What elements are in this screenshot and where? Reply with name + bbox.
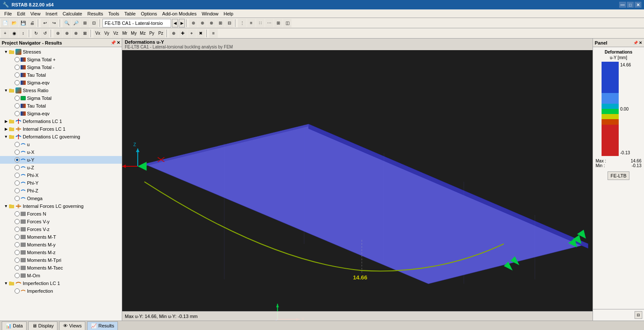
tb-undo[interactable]: ↩	[41, 19, 49, 27]
tree-def-phiz[interactable]: Phi-Z	[0, 187, 122, 195]
radio-if-mtsec[interactable]	[15, 265, 20, 270]
tree-def-omega[interactable]: Omega	[0, 195, 122, 202]
tb-zoom-in[interactable]: 🔍	[63, 19, 71, 27]
tab-results[interactable]: 📈 Results	[87, 321, 118, 330]
radio-if-n[interactable]	[15, 211, 20, 216]
tb-print[interactable]: 🖨	[28, 19, 36, 27]
tab-views[interactable]: 👁 Views	[59, 321, 85, 330]
tb-r5[interactable]: ⊟	[225, 19, 234, 27]
radio-if-my[interactable]	[15, 242, 20, 247]
menu-file[interactable]: File	[2, 10, 15, 17]
tree-if-my[interactable]: Moments M-y	[0, 241, 122, 249]
nav-pin-btn[interactable]: 📌	[111, 40, 116, 45]
tab-data[interactable]: 📊 Data	[2, 321, 27, 330]
radio-imp[interactable]	[15, 288, 20, 294]
tb2-5[interactable]: ↺	[41, 29, 49, 38]
menu-view[interactable]: View	[28, 10, 43, 17]
tree-sr-sigma[interactable]: Sigma Total	[0, 94, 122, 102]
menu-help[interactable]: Help	[221, 10, 236, 17]
menu-options[interactable]: Options	[138, 10, 159, 17]
tree-def-u[interactable]: u	[0, 141, 122, 148]
tb2-10[interactable]: Vx	[93, 29, 102, 38]
panel-expand-btn[interactable]: ⊟	[635, 311, 642, 319]
tree-if-vz[interactable]: Forces V-z	[0, 225, 122, 233]
expand-stress-ratio[interactable]: ▼	[3, 88, 9, 93]
expand-if-lc1[interactable]: ▶	[3, 126, 9, 132]
expand-if-lcg[interactable]: ▼	[3, 204, 9, 209]
radio-if-mt[interactable]	[15, 234, 20, 240]
tb2-12[interactable]: Vz	[111, 29, 120, 38]
tb2-16[interactable]: Py	[147, 29, 156, 38]
tree-if-mz[interactable]: Moments M-z	[0, 249, 122, 256]
tb-save[interactable]: 💾	[19, 19, 27, 27]
tree-stresses[interactable]: ▼ Stresses	[0, 48, 122, 56]
tb-a6[interactable]: ◫	[283, 19, 292, 27]
case-prev[interactable]: ◀	[172, 19, 178, 27]
window-controls[interactable]: — □ ✕	[619, 2, 641, 8]
tb2-4[interactable]: ↻	[32, 29, 40, 38]
radio-phix[interactable]	[15, 173, 20, 178]
tree-tau-total[interactable]: Tau Total	[0, 71, 122, 79]
expand-imp-lc1[interactable]: ▼	[3, 281, 9, 286]
radio-sigma-plus[interactable]	[15, 57, 20, 62]
tb-a5[interactable]: ⊞	[274, 19, 283, 27]
radio-phiz[interactable]	[15, 188, 20, 193]
tb2-9[interactable]: ⊠	[81, 29, 89, 38]
menu-insert[interactable]: Insert	[43, 10, 60, 17]
menu-calculate[interactable]: Calculate	[60, 10, 85, 17]
tree-if-mtpri[interactable]: Moments M-Tpri	[0, 256, 122, 264]
tree-if-mom[interactable]: M-Om	[0, 272, 122, 279]
tree-if-n[interactable]: Forces N	[0, 210, 122, 218]
tree-def-phiy[interactable]: Phi-Y	[0, 179, 122, 187]
fe-ltb-button[interactable]: FE-LTB	[608, 171, 629, 180]
radio-omega[interactable]	[15, 196, 20, 201]
radio-phiy[interactable]	[15, 180, 20, 186]
tree-def-phix[interactable]: Phi-X	[0, 171, 122, 179]
tb2-7[interactable]: ⊕	[63, 29, 71, 38]
3d-viewport[interactable]: Deformations u-Y FE-LTB CA1 - Lateral-to…	[122, 39, 593, 321]
tb2-6[interactable]: ⊛	[54, 29, 62, 38]
tree-stress-ratio[interactable]: ▼ Stress Ratio	[0, 87, 122, 94]
tree-sigma-eqv-s[interactable]: Sigma-eqv	[0, 79, 122, 87]
radio-uz[interactable]	[15, 165, 20, 170]
tb-a4[interactable]: ⋯	[265, 19, 274, 27]
tree-if-lc1[interactable]: ▶ Internal Forces LC 1	[0, 125, 122, 133]
minimize-btn[interactable]: —	[619, 2, 626, 8]
menu-table[interactable]: Table	[122, 10, 138, 17]
radio-if-mom[interactable]	[15, 273, 20, 278]
tree-sr-sigma-eqv[interactable]: Sigma-eqv	[0, 110, 122, 117]
tree-sigma-total-minus[interactable]: Sigma Total -	[0, 63, 122, 71]
tb-r1[interactable]: ⊛	[189, 19, 198, 27]
maximize-btn[interactable]: □	[627, 2, 634, 8]
radio-if-mtpri[interactable]	[15, 258, 20, 263]
tb2-14[interactable]: My	[129, 29, 138, 38]
tb2-15[interactable]: Mz	[138, 29, 147, 38]
tb2-20[interactable]: ⌖	[187, 29, 196, 38]
menu-window[interactable]: Window	[199, 10, 221, 17]
tb2-21[interactable]: ✖	[196, 29, 205, 38]
case-dropdown[interactable]: FE-LTB CA1 - Lateral-torsio	[102, 19, 171, 27]
radio-u[interactable]	[15, 142, 20, 147]
radio-if-vy[interactable]	[15, 219, 20, 224]
tree-imp-imp[interactable]: Imperfection	[0, 287, 122, 295]
tree-imp-lc1[interactable]: ▼ Imperfection LC 1	[0, 279, 122, 287]
tb-r2[interactable]: ⊕	[198, 19, 207, 27]
tb2-8[interactable]: ⊗	[72, 29, 80, 38]
panel-close-btn[interactable]: ✕	[639, 41, 642, 45]
expand-def-lcg[interactable]: ▼	[3, 134, 9, 139]
menu-results[interactable]: Results	[85, 10, 106, 17]
tb2-13[interactable]: Mr	[120, 29, 129, 38]
tree-if-mt[interactable]: Moments M-T	[0, 233, 122, 241]
tree-if-vy[interactable]: Forces V-y	[0, 218, 122, 225]
tb-zoom-all[interactable]: ⊞	[81, 19, 89, 27]
radio-sigma-minus[interactable]	[15, 65, 20, 70]
tb2-3[interactable]: ↕	[19, 29, 27, 38]
panel-pin-btn[interactable]: 📌	[633, 41, 638, 45]
radio-sr-sigma[interactable]	[15, 96, 20, 101]
expand-def-lc1[interactable]: ▶	[3, 119, 9, 124]
menu-addon[interactable]: Add-on Modules	[159, 10, 199, 17]
tb-a1[interactable]: ⋮	[238, 19, 247, 27]
radio-if-mz[interactable]	[15, 250, 20, 255]
tree-def-lcg[interactable]: ▼ Deformations LC governing	[0, 133, 122, 141]
tb-a2[interactable]: ≡	[247, 19, 256, 27]
